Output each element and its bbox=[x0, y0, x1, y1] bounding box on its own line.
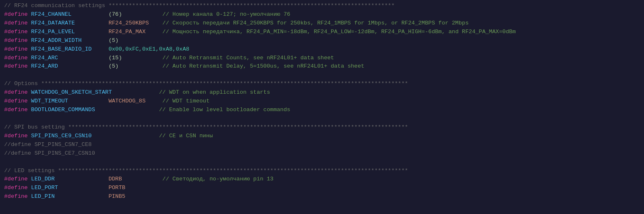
code-line: #define LED_DDR DDRB // Светодиод, по-ум… bbox=[4, 175, 640, 184]
code-line: #define RF24_DATARATE RF24_250KBPS // Ск… bbox=[4, 19, 640, 28]
code-line: #define WDT_TIMEOUT WATCHDOG_8S // WDT t… bbox=[4, 97, 640, 106]
code-line: // SPI bus setting *********************… bbox=[4, 123, 640, 132]
code-line: #define RF24_PA_LEVEL RF24_PA_MAX // Мощ… bbox=[4, 28, 640, 36]
code-line: #define LED_PIN PINB5 bbox=[4, 192, 640, 201]
code-line: //define SPI_PINS_CE7_CSN10 bbox=[4, 149, 640, 158]
code-line: #define RF24_CHANNEL (76) // Номер канал… bbox=[4, 10, 640, 19]
code-line: // LED settings ************************… bbox=[4, 167, 640, 175]
code-line: #define LED_PORT PORTB bbox=[4, 184, 640, 192]
code-line: #define WATCHDOG_ON_SKETCH_START // WDT … bbox=[4, 88, 640, 97]
code-line: // Options *****************************… bbox=[4, 80, 640, 88]
code-line: #define RF24_ARD (5) // Auto Retransmit … bbox=[4, 62, 640, 71]
code-line: #define RF24_ARC (15) // Auto Retransmit… bbox=[4, 54, 640, 63]
code-line: #define RF24_ADDR_WIDTH (5) bbox=[4, 36, 640, 45]
code-block: // RF24 communication settings *********… bbox=[0, 0, 644, 203]
code-line: #define RF24_BASE_RADIO_ID 0x00,0xFC,0xE… bbox=[4, 45, 640, 54]
code-line bbox=[4, 71, 640, 80]
code-line: // RF24 communication settings *********… bbox=[4, 2, 640, 10]
code-line bbox=[4, 114, 640, 123]
code-line: //define SPI_PINS_CSN7_CE8 bbox=[4, 141, 640, 149]
code-line: #define BOOTLOADER_COMMANDS // Enable lo… bbox=[4, 106, 640, 114]
code-line bbox=[4, 158, 640, 167]
code-line: #define SPI_PINS_CE9_CSN10 // CE и CSN п… bbox=[4, 132, 640, 141]
